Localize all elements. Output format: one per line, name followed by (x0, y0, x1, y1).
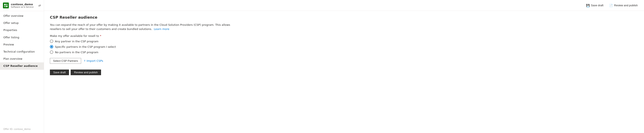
page-content: CSP Reseller audience You can expand the… (44, 11, 644, 133)
page-title: CSP Reseller audience (50, 15, 638, 20)
sidebar-item-offer-listing[interactable]: Offer listing (0, 34, 44, 41)
sidebar-nav: Offer overview Offer setup Properties Of… (0, 11, 44, 126)
learn-more-link[interactable]: Learn more (154, 28, 170, 30)
sidebar: contoso_demo Software as a Service ⇄ Off… (0, 0, 44, 133)
topbar: 💾 Save draft 📄 Review and publish (44, 0, 644, 11)
topbar-review-publish-button[interactable]: 📄 Review and publish (608, 3, 639, 8)
org-name: contoso_demo (11, 3, 34, 6)
svg-rect-3 (6, 6, 8, 7)
radio-circle-any-partner (50, 40, 53, 43)
main-content: 💾 Save draft 📄 Review and publish CSP Re… (44, 0, 644, 133)
csp-actions: Select CSP Partners ↑ Import CSPs (50, 58, 638, 64)
svg-rect-1 (6, 4, 8, 5)
logo-icon (4, 4, 8, 7)
field-label: Make my offer available for resell to * (50, 34, 638, 38)
svg-rect-0 (4, 4, 6, 5)
page-description: You can expand the reach of your offer b… (50, 23, 238, 31)
select-csp-partners-button[interactable]: Select CSP Partners (50, 58, 81, 64)
publish-icon: 📄 (609, 4, 613, 7)
app-logo (3, 2, 9, 8)
sidebar-header: contoso_demo Software as a Service ⇄ (0, 0, 44, 11)
sidebar-item-properties[interactable]: Properties (0, 26, 44, 34)
sidebar-item-preview[interactable]: Preview (0, 41, 44, 48)
radio-option-any-partner[interactable]: Any partner in the CSP program (50, 40, 638, 43)
sidebar-item-technical-configuration[interactable]: Technical configuration (0, 48, 44, 55)
sidebar-item-plan-overview[interactable]: Plan overview (0, 55, 44, 62)
review-publish-button[interactable]: Review and publish (71, 70, 101, 75)
radio-circle-no-partners (50, 50, 53, 54)
import-csps-link[interactable]: ↑ Import CSPs (84, 59, 103, 62)
sidebar-item-offer-setup[interactable]: Offer setup (0, 20, 44, 26)
sidebar-item-csp-reseller-audience[interactable]: CSP Reseller audience (0, 62, 44, 70)
resell-radio-group: Any partner in the CSP program Specific … (50, 40, 638, 54)
topbar-save-draft-button[interactable]: 💾 Save draft (585, 3, 604, 8)
bottom-actions: Save draft Review and publish (50, 70, 638, 75)
radio-circle-specific-partners (50, 45, 53, 48)
save-icon: 💾 (586, 4, 590, 7)
required-indicator: * (99, 34, 101, 38)
org-subtitle: Software as a Service (11, 6, 34, 8)
radio-option-specific-partners[interactable]: Specific partners in the CSP program I s… (50, 45, 638, 48)
expand-icon[interactable]: ⇄ (38, 4, 41, 7)
sidebar-item-offer-overview[interactable]: Offer overview (0, 12, 44, 20)
upload-icon: ↑ (84, 60, 86, 62)
org-info: contoso_demo Software as a Service (11, 3, 34, 8)
offer-id: Offer ID: contoso_demo (0, 126, 44, 133)
save-draft-button[interactable]: Save draft (50, 70, 69, 75)
radio-option-no-partners[interactable]: No partners in the CSP program (50, 50, 638, 54)
svg-rect-2 (4, 6, 6, 7)
